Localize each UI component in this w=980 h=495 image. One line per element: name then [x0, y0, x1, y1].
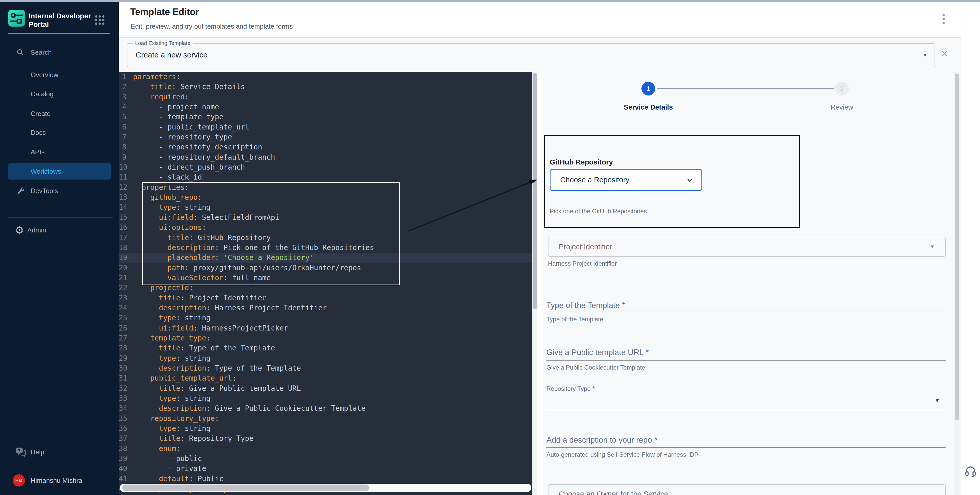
code-line[interactable]: 24 description: Harness Project Identifi…	[119, 303, 532, 313]
line-number: 28	[119, 343, 133, 353]
code-line[interactable]: 37 title: Repository Type	[119, 433, 532, 443]
kebab-menu-icon[interactable]	[942, 14, 947, 27]
sidebar-item-catalog[interactable]: Catalog	[0, 86, 119, 102]
code-line[interactable]: 15 ui:field: SelectFieldFromApi	[119, 213, 532, 223]
search-label: Search	[31, 46, 52, 59]
editor-horizontal-scrollbar[interactable]	[120, 484, 531, 492]
app-logo-icon[interactable]	[8, 10, 25, 27]
sidebar-item-help[interactable]: ? Help	[0, 444, 119, 460]
brand-accent-rule	[8, 33, 110, 34]
page-header: Template Editor Edit, preview, and try o…	[119, 2, 961, 38]
code-text: - repository_default_branch	[133, 152, 275, 162]
code-line[interactable]: 23 title: Project Identifier	[119, 293, 532, 303]
code-line[interactable]: 16 ui:options:	[119, 223, 532, 232]
editor-horizontal-scrollbar-thumb[interactable]	[122, 484, 369, 491]
dropdown-caret-icon[interactable]: ▾	[935, 396, 939, 404]
editor-vertical-scrollbar-thumb[interactable]	[533, 73, 537, 309]
code-text: properties:	[133, 182, 189, 192]
code-line[interactable]: 25 type: string	[119, 313, 532, 323]
code-line[interactable]: 21 valueSelector: full_name	[119, 273, 532, 283]
code-line[interactable]: 28 title: Type of the Template	[119, 343, 532, 353]
code-line[interactable]: 1parameters:	[119, 72, 532, 82]
support-headset-icon[interactable]	[964, 465, 977, 477]
sidebar-item-workflows[interactable]: Workflows	[8, 163, 111, 180]
code-text: title: Project Identifier	[133, 293, 267, 303]
code-line[interactable]: 32 title: Give a Public template URL	[119, 384, 532, 393]
sidebar-item-admin[interactable]: ⚙ Admin	[0, 222, 119, 238]
code-line[interactable]: 39 - public	[119, 454, 532, 463]
sidebar-search[interactable]: Search	[0, 46, 119, 59]
code-line[interactable]: 13 github_repo:	[119, 192, 532, 202]
code-text: title: Give a Public template URL	[133, 384, 301, 393]
code-line[interactable]: 14 type: string	[119, 202, 532, 212]
code-line[interactable]: 9 - repository_default_branch	[119, 152, 532, 162]
sidebar-item-docs[interactable]: Docs	[0, 124, 119, 141]
code-text: - repositoty_description	[133, 142, 262, 152]
code-line[interactable]: 30 description: Type of the Template	[119, 363, 532, 373]
code-line[interactable]: 10 - direct_push_branch	[119, 162, 532, 172]
editor-vertical-scrollbar[interactable]	[532, 72, 538, 495]
code-line[interactable]: 26 ui:field: HarnessProjectPicker	[119, 323, 532, 333]
sidebar-item-label: DevTools	[31, 183, 58, 199]
code-line[interactable]: 12 properties:	[119, 182, 532, 192]
template-url-input-label[interactable]: Give a Public template URL *	[546, 348, 649, 357]
dropdown-caret-icon[interactable]: ▾	[924, 51, 927, 59]
code-text: - template_type	[133, 112, 223, 122]
sidebar-item-apis[interactable]: APIs	[0, 144, 119, 160]
code-line[interactable]: 27 template_type:	[119, 333, 532, 343]
code-line[interactable]: 6 - public_template_url	[119, 122, 532, 132]
code-line[interactable]: 2 - title: Service Details	[119, 82, 532, 92]
sidebar-user[interactable]: HM Himanshu Mishra	[0, 472, 119, 489]
code-line[interactable]: 18 description: Pick one of the GitHub R…	[119, 243, 532, 253]
code-text: ui:field: SelectFieldFromApi	[133, 213, 279, 223]
line-number: 30	[119, 363, 133, 373]
code-line[interactable]: 29 type: string	[119, 353, 532, 363]
sidebar-item-overview[interactable]: Overview	[0, 67, 119, 83]
code-line[interactable]: 20 path: proxy/github-api/users/OrkoHunt…	[119, 263, 532, 273]
code-line[interactable]: 22 projectId:	[119, 283, 532, 293]
code-text: type: string	[133, 353, 210, 363]
sidebar-item-label: Workflows	[31, 163, 61, 180]
code-line[interactable]: 36 type: string	[119, 423, 532, 433]
code-line[interactable]: 3 required:	[119, 92, 532, 102]
stepper-step-2[interactable]: 2	[835, 82, 849, 95]
code-line[interactable]: 19 placeholder: 'Choose a Repository'	[119, 253, 532, 263]
line-number: 11	[119, 172, 133, 182]
panel-gap	[538, 72, 542, 495]
code-line[interactable]: 4 - project_name	[119, 102, 532, 112]
code-line[interactable]: 8 - repositoty_description	[119, 142, 532, 152]
repo-description-input-label[interactable]: Add a description to your repo *	[546, 436, 657, 445]
line-number: 23	[119, 293, 133, 303]
code-line[interactable]: 35 repository_type:	[119, 414, 532, 423]
close-icon[interactable]: ✕	[939, 48, 950, 59]
code-line[interactable]: 5 - template_type	[119, 112, 532, 122]
code-text: title: Type of the Template	[133, 343, 275, 353]
sidebar-item-label: Catalog	[31, 86, 54, 102]
owner-select[interactable]: Choose an Owner for the Service	[548, 484, 946, 495]
yaml-code-editor[interactable]: 1parameters:2 - title: Service Details3 …	[119, 72, 532, 495]
code-line[interactable]: 31 public_template_url:	[119, 373, 532, 383]
code-line[interactable]: 41 default: Public	[119, 474, 532, 484]
preview-vertical-scrollbar-thumb[interactable]	[955, 73, 959, 420]
page-title: Template Editor	[130, 6, 199, 18]
code-line[interactable]: 7 - repository_type	[119, 132, 532, 142]
sidebar-item-devtools[interactable]: DevTools	[0, 183, 119, 199]
preview-vertical-scrollbar[interactable]	[954, 72, 959, 495]
code-line[interactable]: 33 type: string	[119, 393, 532, 403]
line-number: 39	[119, 454, 133, 463]
line-number: 10	[119, 162, 133, 172]
template-type-input-label[interactable]: Type of the Template *	[546, 301, 625, 310]
code-line[interactable]: 17 title: GitHub Repository	[119, 233, 532, 243]
stepper-step-1[interactable]: 1	[641, 82, 655, 95]
apps-grid-icon[interactable]	[95, 15, 105, 25]
project-identifier-select[interactable]: Project Identifier ▾	[548, 237, 946, 257]
window-top-strip	[0, 0, 980, 2]
code-line[interactable]: 40 - private	[119, 463, 532, 474]
load-template-select[interactable]: Load Existing Template Create a new serv…	[127, 43, 935, 67]
sidebar-item-create[interactable]: Create	[0, 105, 119, 122]
line-number: 6	[119, 122, 133, 132]
github-repository-select[interactable]: Choose a Repository	[550, 169, 702, 191]
code-line[interactable]: 38 enum:	[119, 444, 532, 454]
code-line[interactable]: 11 - slack_id	[119, 172, 532, 182]
code-line[interactable]: 34 description: Give a Public Cookiecutt…	[119, 403, 532, 413]
